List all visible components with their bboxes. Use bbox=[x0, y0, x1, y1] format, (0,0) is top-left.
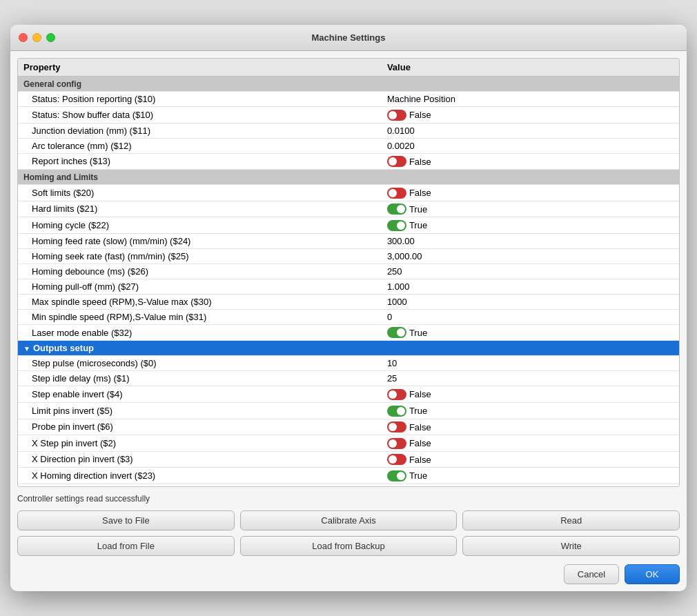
value-cell[interactable]: True bbox=[382, 324, 679, 341]
toggle-knob bbox=[389, 189, 397, 197]
toggle-knob bbox=[389, 390, 397, 399]
table-row[interactable]: Step pulse (microseconds) ($0)10 bbox=[18, 356, 679, 371]
toggle-control[interactable]: False bbox=[387, 110, 431, 121]
property-cell: Status: Position reporting ($10) bbox=[18, 92, 382, 107]
load-from-backup-button[interactable]: Load from Backup bbox=[240, 536, 458, 556]
toggle-control[interactable]: False bbox=[387, 389, 431, 400]
write-button[interactable]: Write bbox=[462, 536, 680, 556]
table-row[interactable]: Step idle delay (ms) ($1)25 bbox=[18, 371, 679, 386]
toggle-track bbox=[387, 454, 406, 465]
value-cell[interactable]: False bbox=[382, 107, 679, 123]
toggle-control[interactable]: True bbox=[387, 406, 427, 417]
property-cell: Min spindle speed (RPM),S-Value min ($31… bbox=[18, 309, 382, 324]
toggle-track bbox=[387, 327, 406, 338]
table-row[interactable]: Homing seek rate (fast) (mm/min) ($25)3,… bbox=[18, 248, 679, 264]
main-content: Property Value General configStatus: Pos… bbox=[10, 51, 687, 591]
table-row[interactable]: Junction deviation (mm) ($11)0.0100 bbox=[18, 123, 679, 138]
table-row[interactable]: Step enable invert ($4)False bbox=[18, 386, 679, 403]
table-row[interactable]: Soft limits ($20)False bbox=[18, 185, 679, 201]
table-row[interactable]: Max spindle speed (RPM),S-Value max ($30… bbox=[18, 294, 679, 309]
value-cell[interactable]: True bbox=[382, 468, 679, 484]
table-row[interactable]: X Step pin invert ($2)False bbox=[18, 435, 679, 452]
property-cell: Homing cycle ($22) bbox=[18, 217, 382, 234]
table-row[interactable]: Homing feed rate (slow) (mm/min) ($24)30… bbox=[18, 233, 679, 248]
table-row[interactable]: Limit pins invert ($5)True bbox=[18, 402, 679, 419]
toggle-track bbox=[387, 421, 406, 433]
toggle-knob bbox=[397, 221, 405, 230]
maximize-button[interactable] bbox=[46, 33, 55, 42]
value-cell[interactable]: False bbox=[382, 451, 679, 468]
toggle-control[interactable]: True bbox=[387, 203, 427, 215]
section-arrow: ▼ bbox=[23, 345, 30, 352]
toggle-knob bbox=[397, 472, 405, 480]
toggle-control[interactable]: True bbox=[387, 220, 427, 231]
table-row[interactable]: X Homing direction invert ($23)True bbox=[18, 468, 679, 484]
table-row[interactable]: Arc tolerance (mm) ($12)0.0020 bbox=[18, 138, 679, 153]
value-cell[interactable]: True bbox=[382, 402, 679, 419]
close-button[interactable] bbox=[19, 33, 28, 42]
toggle-track bbox=[387, 389, 406, 400]
table-row[interactable]: X Direction pin invert ($3)False bbox=[18, 451, 679, 468]
toggle-control[interactable]: True bbox=[387, 470, 427, 481]
cancel-button[interactable]: Cancel bbox=[564, 564, 619, 584]
titlebar: Machine Settings bbox=[10, 25, 687, 51]
toggle-control[interactable]: False bbox=[387, 438, 431, 449]
value-cell[interactable]: False bbox=[382, 185, 679, 201]
toggle-track bbox=[387, 156, 406, 167]
toggle-track bbox=[387, 188, 406, 199]
toggle-knob bbox=[397, 407, 405, 415]
table-row[interactable]: Report inches ($13)False bbox=[18, 153, 679, 170]
property-cell: X Step pin invert ($2) bbox=[18, 435, 382, 452]
value-cell: 1.000 bbox=[382, 279, 679, 294]
load-from-file-button[interactable]: Load from File bbox=[17, 536, 235, 556]
toggle-track bbox=[387, 220, 406, 231]
toggle-control[interactable]: False bbox=[387, 454, 431, 465]
calibrate-axis-button[interactable]: Calibrate Axis bbox=[240, 510, 458, 530]
property-cell: Homing pull-off (mm) ($27) bbox=[18, 279, 382, 294]
toggle-knob bbox=[389, 455, 397, 464]
section-header-general-config[interactable]: General config bbox=[18, 77, 679, 92]
status-message: Controller settings read successfully bbox=[17, 494, 150, 504]
toggle-control[interactable]: False bbox=[387, 188, 431, 199]
toggle-control[interactable]: False bbox=[387, 421, 431, 433]
status-bar: Controller settings read successfully bbox=[17, 493, 680, 505]
value-cell: 10 bbox=[382, 356, 679, 371]
section-header-homing-limits[interactable]: Homing and Limits bbox=[18, 170, 679, 185]
table-row[interactable]: Homing debounce (ms) ($26)250 bbox=[18, 264, 679, 279]
table-row[interactable]: X Steps per mm ($100)80.000 bbox=[18, 484, 679, 486]
table-row[interactable]: Homing pull-off (mm) ($27)1.000 bbox=[18, 279, 679, 294]
table-row[interactable]: Homing cycle ($22)True bbox=[18, 217, 679, 234]
settings-table-container: Property Value General configStatus: Pos… bbox=[17, 58, 680, 487]
save-to-file-button[interactable]: Save to File bbox=[17, 510, 235, 530]
value-cell[interactable]: True bbox=[382, 217, 679, 234]
value-cell: 25 bbox=[382, 371, 679, 386]
property-cell: Status: Show buffer data ($10) bbox=[18, 107, 382, 123]
table-row[interactable]: Status: Position reporting ($10)Machine … bbox=[18, 92, 679, 107]
table-scroll[interactable]: Property Value General configStatus: Pos… bbox=[18, 59, 679, 486]
property-cell: Junction deviation (mm) ($11) bbox=[18, 123, 382, 138]
table-row[interactable]: Laser mode enable ($32)True bbox=[18, 324, 679, 341]
table-row[interactable]: Probe pin invert ($6)False bbox=[18, 419, 679, 435]
table-row[interactable]: Hard limits ($21)True bbox=[18, 201, 679, 217]
minimize-button[interactable] bbox=[32, 33, 41, 42]
property-cell: Hard limits ($21) bbox=[18, 201, 382, 217]
table-row[interactable]: Min spindle speed (RPM),S-Value min ($31… bbox=[18, 309, 679, 324]
value-cell[interactable]: False bbox=[382, 435, 679, 452]
read-button[interactable]: Read bbox=[462, 510, 680, 530]
property-cell: Probe pin invert ($6) bbox=[18, 419, 382, 435]
table-row[interactable]: Status: Show buffer data ($10)False bbox=[18, 107, 679, 123]
toggle-control[interactable]: True bbox=[387, 327, 427, 338]
value-cell[interactable]: False bbox=[382, 419, 679, 435]
value-cell: 300.00 bbox=[382, 233, 679, 248]
section-header-outputs-setup[interactable]: ▼Outputs setup bbox=[18, 341, 679, 356]
ok-button[interactable]: OK bbox=[625, 564, 680, 584]
toggle-track bbox=[387, 438, 406, 449]
value-cell[interactable]: False bbox=[382, 386, 679, 403]
property-cell: X Direction pin invert ($3) bbox=[18, 451, 382, 468]
toggle-knob bbox=[389, 439, 397, 448]
toggle-control[interactable]: False bbox=[387, 156, 431, 167]
value-cell[interactable]: False bbox=[382, 153, 679, 170]
toggle-label: True bbox=[409, 470, 427, 481]
col-header-value: Value bbox=[382, 59, 679, 77]
value-cell[interactable]: True bbox=[382, 201, 679, 217]
